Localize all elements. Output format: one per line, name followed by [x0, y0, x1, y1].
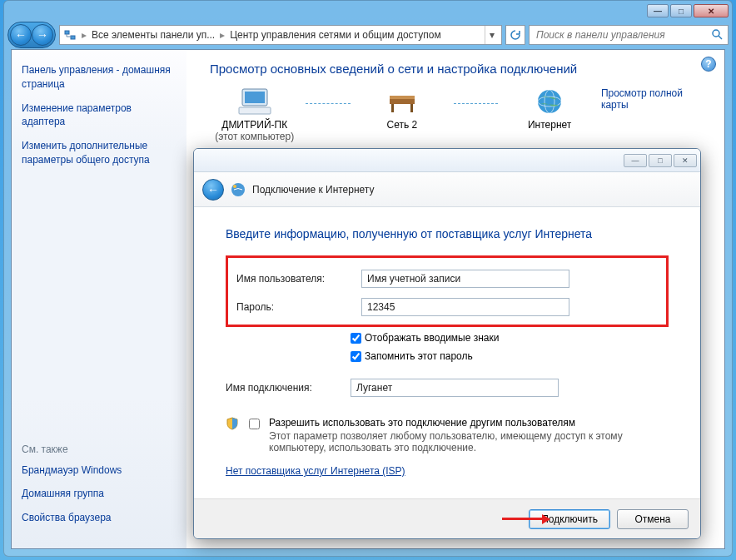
svg-rect-9 — [391, 104, 394, 112]
svg-point-15 — [233, 185, 236, 188]
node-label: Интернет — [528, 119, 571, 131]
chevron-down-icon[interactable]: ▾ — [485, 26, 498, 44]
network-node-internet: Интернет — [505, 87, 594, 142]
svg-rect-10 — [410, 104, 413, 112]
remember-label: Запомнить этот пароль — [365, 350, 473, 362]
window-minimize-button[interactable]: — — [647, 4, 669, 17]
nav-buttons: ← → — [7, 22, 56, 48]
connection-name-label: Имя подключения: — [226, 382, 351, 394]
show-chars-checkbox[interactable] — [351, 333, 361, 344]
cancel-button[interactable]: Отмена — [617, 509, 689, 529]
dialog-close-button[interactable]: ✕ — [674, 154, 697, 167]
sidebar-link-firewall[interactable]: Брандмауэр Windows — [22, 463, 177, 478]
node-sublabel: (этот компьютер) — [215, 131, 294, 142]
dialog-minimize-button[interactable]: — — [624, 154, 647, 167]
svg-rect-0 — [65, 31, 69, 34]
search-box[interactable] — [529, 25, 729, 45]
svg-rect-6 — [239, 107, 271, 114]
back-button[interactable]: ← — [10, 24, 32, 46]
page-title: Просмотр основных сведений о сети и наст… — [210, 62, 701, 76]
network-node-network: Сеть 2 — [357, 87, 446, 142]
see-also-label: См. также — [22, 444, 177, 455]
highlight-box: Имя пользователя: Пароль: — [226, 255, 669, 327]
svg-rect-5 — [245, 92, 265, 103]
node-label: Сеть 2 — [387, 119, 418, 131]
allow-others-desc: Этот параметр позволяет любому пользоват… — [269, 430, 669, 453]
allow-others-label: Разрешить использовать это подключение д… — [269, 417, 669, 429]
svg-line-3 — [719, 36, 722, 39]
password-label: Пароль: — [236, 301, 361, 313]
network-icon — [63, 28, 77, 42]
window-close-button[interactable]: ✕ — [694, 4, 729, 17]
dialog-heading: Введите информацию, полученную от постав… — [226, 227, 669, 240]
breadcrumb-item[interactable]: Все элементы панели уп... — [92, 29, 215, 41]
svg-rect-8 — [390, 99, 415, 104]
username-input[interactable] — [361, 270, 569, 288]
sidebar-link-adapter[interactable]: Изменение параметров адаптера — [22, 102, 177, 130]
connect-dialog: — □ ✕ ← Подключение к Интернету Введите … — [193, 148, 701, 539]
dialog-back-button[interactable]: ← — [202, 179, 224, 201]
shield-icon — [226, 417, 239, 430]
username-label: Имя пользователя: — [236, 273, 361, 285]
network-node-computer: ДМИТРИЙ-ПК (этот компьютер) — [210, 87, 299, 142]
globe-icon — [532, 87, 567, 116]
dialog-title: Подключение к Интернету — [252, 184, 375, 196]
refresh-button[interactable] — [505, 25, 525, 45]
node-label: ДМИТРИЙ-ПК — [221, 119, 287, 131]
annotation-arrow — [502, 514, 550, 524]
network-connector — [306, 103, 351, 104]
svg-point-14 — [231, 183, 245, 196]
sidebar-home-link[interactable]: Панель управления - домашняя страница — [22, 63, 177, 92]
breadcrumb-item[interactable]: Центр управления сетями и общим доступом — [230, 29, 441, 41]
network-connector — [454, 103, 499, 104]
show-chars-label: Отображать вводимые знаки — [365, 332, 499, 344]
connection-name-input[interactable] — [351, 379, 559, 397]
forward-button[interactable]: → — [32, 24, 53, 46]
sidebar-link-sharing[interactable]: Изменить дополнительные параметры общего… — [22, 139, 177, 167]
sidebar-link-homegroup[interactable]: Домашняя группа — [22, 487, 177, 501]
search-input[interactable] — [535, 28, 708, 42]
chevron-right-icon: ▸ — [82, 29, 87, 41]
address-bar[interactable]: ▸ Все элементы панели уп... ▸ Центр упра… — [59, 25, 502, 45]
full-map-link[interactable]: Просмотр полной карты — [601, 87, 701, 111]
window-maximize-button[interactable]: □ — [670, 4, 692, 17]
computer-icon — [237, 87, 272, 116]
password-input[interactable] — [361, 298, 569, 316]
chevron-right-icon: ▸ — [220, 29, 225, 41]
allow-others-checkbox[interactable] — [249, 419, 260, 429]
help-icon[interactable]: ? — [701, 57, 716, 72]
wizard-icon — [231, 182, 246, 197]
dialog-maximize-button[interactable]: □ — [649, 154, 672, 167]
search-icon[interactable] — [711, 28, 723, 42]
svg-rect-7 — [390, 96, 415, 99]
sidebar-link-browser[interactable]: Свойства браузера — [22, 511, 177, 525]
sidebar: Панель управления - домашняя страница Из… — [12, 50, 186, 548]
svg-point-11 — [538, 90, 561, 113]
bench-icon — [385, 87, 420, 116]
no-isp-link[interactable]: Нет поставщика услуг Интернета (ISP) — [226, 465, 405, 477]
svg-point-2 — [713, 30, 719, 37]
remember-checkbox[interactable] — [351, 351, 361, 362]
